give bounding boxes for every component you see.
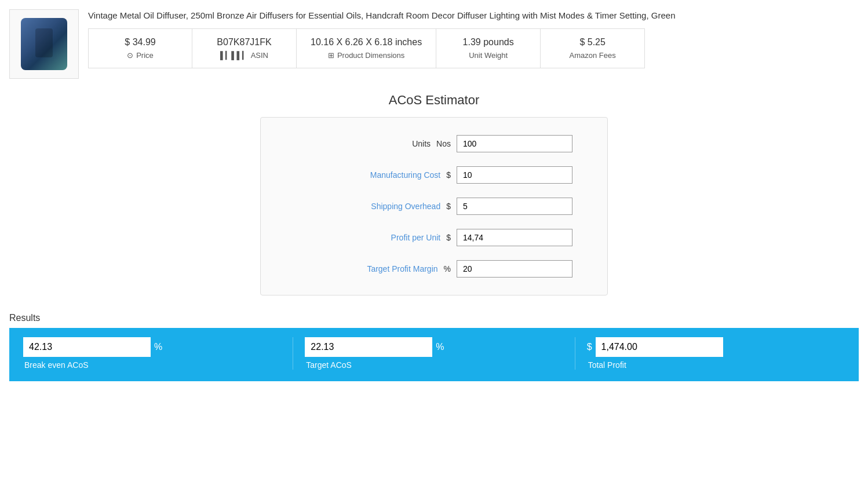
- price-icon: ⊙: [127, 51, 133, 60]
- shipping-overhead-prefix: $: [446, 202, 451, 211]
- manufacturing-cost-label: Manufacturing Cost: [348, 170, 440, 180]
- break-even-acos-item: % Break even ACoS: [23, 337, 281, 370]
- price-label: ⊙ Price: [103, 51, 178, 60]
- estimator-card: Units Nos Manufacturing Cost $ Shipping …: [260, 117, 608, 295]
- stat-asin: B07K87J1FK ▌▎▌▌▎ ASIN: [192, 28, 297, 68]
- target-acos-label: Target ACoS: [305, 360, 563, 370]
- profit-per-unit-label: Profit per Unit: [348, 233, 440, 242]
- target-profit-margin-input[interactable]: [457, 260, 572, 278]
- total-profit-input-row: $: [587, 337, 845, 357]
- target-acos-input-row: %: [305, 337, 563, 357]
- product-stats: $ 34.99 ⊙ Price B07K87J1FK ▌▎▌▌▎ ASIN: [88, 28, 859, 68]
- break-even-acos-label: Break even ACoS: [23, 360, 281, 370]
- fees-label: Amazon Fees: [555, 51, 630, 60]
- results-label: Results: [9, 313, 859, 323]
- result-divider-2: [575, 337, 575, 370]
- target-profit-margin-prefix: %: [444, 264, 451, 273]
- profit-per-unit-prefix: $: [446, 233, 451, 242]
- manufacturing-cost-input[interactable]: [457, 166, 572, 184]
- target-acos-input[interactable]: [305, 337, 432, 357]
- break-even-acos-input[interactable]: [23, 337, 151, 357]
- target-profit-margin-row: Target Profit Margin %: [296, 260, 572, 278]
- units-input[interactable]: [457, 135, 572, 152]
- product-info: Vintage Metal Oil Diffuser, 250ml Bronze…: [88, 9, 859, 68]
- fees-value: $ 5.25: [555, 37, 630, 48]
- units-prefix-label: Nos: [436, 139, 451, 148]
- shipping-overhead-input[interactable]: [457, 198, 572, 215]
- shipping-overhead-label: Shipping Overhead: [348, 202, 440, 211]
- estimator-title: ACoS Estimator: [9, 93, 859, 108]
- weight-label: Unit Weight: [450, 51, 526, 60]
- total-profit-input[interactable]: [596, 337, 723, 357]
- product-thumbnail: [21, 18, 67, 70]
- results-section: Results % Break even ACoS % Target ACoS: [9, 313, 859, 381]
- results-bar: % Break even ACoS % Target ACoS $: [9, 328, 859, 381]
- stat-fees: $ 5.25 Amazon Fees: [541, 28, 645, 68]
- weight-value: 1.39 pounds: [450, 37, 526, 48]
- units-label: Units: [338, 139, 431, 148]
- asin-label: ▌▎▌▌▎ ASIN: [206, 51, 282, 60]
- estimator-section: ACoS Estimator: [9, 93, 859, 108]
- barcode-icon: ▌▎▌▌▎: [220, 51, 248, 60]
- stat-dimensions: 10.16 X 6.26 X 6.18 inches ⊞ Product Dim…: [297, 28, 436, 68]
- product-image: [9, 9, 79, 79]
- break-even-acos-input-row: %: [23, 337, 281, 357]
- break-even-acos-unit: %: [154, 342, 162, 352]
- total-profit-item: $ Total Profit: [587, 337, 845, 370]
- price-value: $ 34.99: [103, 37, 178, 48]
- result-divider-1: [293, 337, 293, 370]
- manufacturing-cost-row: Manufacturing Cost $: [296, 166, 572, 184]
- dimensions-value: 10.16 X 6.26 X 6.18 inches: [311, 37, 422, 48]
- dimensions-label: ⊞ Product Dimensions: [311, 51, 422, 60]
- asin-value: B07K87J1FK: [206, 37, 282, 48]
- total-profit-label: Total Profit: [587, 360, 845, 370]
- target-profit-margin-label: Target Profit Margin: [345, 264, 438, 273]
- product-header: Vintage Metal Oil Diffuser, 250ml Bronze…: [9, 9, 859, 79]
- shipping-overhead-row: Shipping Overhead $: [296, 198, 572, 215]
- dimensions-icon: ⊞: [328, 51, 334, 60]
- units-row: Units Nos: [296, 135, 572, 152]
- profit-per-unit-input[interactable]: [457, 229, 572, 246]
- manufacturing-cost-prefix: $: [446, 170, 451, 180]
- product-title: Vintage Metal Oil Diffuser, 250ml Bronze…: [88, 9, 859, 21]
- target-acos-item: % Target ACoS: [305, 337, 563, 370]
- total-profit-prefix: $: [587, 342, 592, 352]
- profit-per-unit-row: Profit per Unit $: [296, 229, 572, 246]
- target-acos-unit: %: [436, 342, 444, 352]
- stat-price: $ 34.99 ⊙ Price: [88, 28, 192, 68]
- stat-weight: 1.39 pounds Unit Weight: [436, 28, 541, 68]
